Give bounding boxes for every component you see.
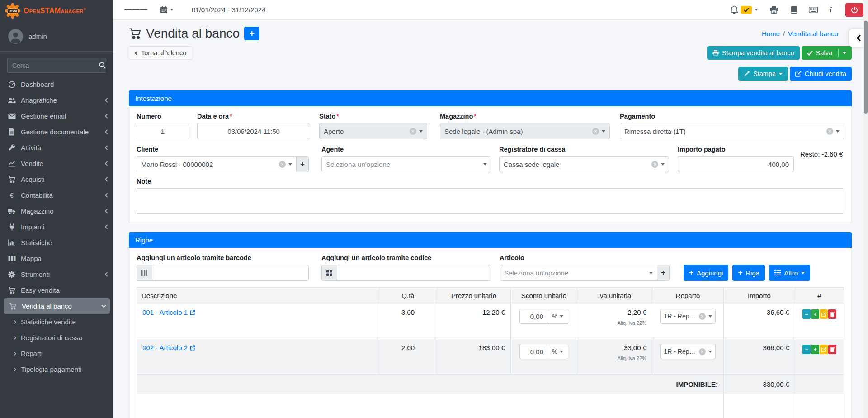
search-button[interactable] [99,58,106,73]
barcode-label: Aggiungi un articolo tramite barcode [137,254,309,261]
registratore-select[interactable]: Cassa sede legale [499,156,669,172]
sidebar-item-acquisti[interactable]: Acquisti [0,171,113,187]
sidebar-item-strumenti[interactable]: Strumenti [0,266,113,282]
new-record-button[interactable]: + [244,27,259,40]
app-logo[interactable]: OSM OpenSTAManager® [0,0,113,22]
importo-pagato-input[interactable] [678,156,794,172]
print-sale-button[interactable]: Stampa vendita al banco [707,46,800,60]
page-scrollbar[interactable] [863,0,868,418]
sconto-input[interactable] [519,309,547,324]
keyboard-icon[interactable] [809,7,818,13]
barcode-input[interactable] [152,265,309,281]
back-to-list-button[interactable]: Torna all'elenco [129,46,192,60]
increase-qty-button[interactable]: + [811,345,819,354]
reparto-select[interactable]: 1R - Reparto 1... [660,309,716,324]
sidebar-item-vendita-al-banco[interactable]: Vendita al banco [4,298,110,314]
decrease-qty-button[interactable]: − [802,309,811,319]
iva-value: 33,00 € [624,344,646,352]
sidebar-item-vendite[interactable]: Vendite [0,156,113,171]
note-textarea[interactable] [137,188,844,214]
altro-button[interactable]: Altro [769,265,810,281]
sidebar-item-gestione-documentale[interactable]: Gestione documentale [0,124,113,140]
close-sale-button[interactable]: Chiudi vendita [790,67,852,81]
sidebar-subitem-registratori-di-cassa[interactable]: Registratori di cassa [0,330,113,346]
sidebar-item-contabilita[interactable]: € Contabilità [0,187,113,203]
stato-select[interactable]: Aperto [319,123,427,139]
add-articolo-button[interactable]: + [657,265,670,281]
clear-icon[interactable] [651,161,658,168]
magazzino-select[interactable]: Sede legale - (Admin spa) [440,123,610,139]
increase-qty-button[interactable]: + [811,309,819,319]
user-panel[interactable]: admin [0,22,113,52]
delete-row-button[interactable] [828,345,836,354]
save-button[interactable]: Salva [802,46,852,60]
logout-button[interactable] [845,3,863,17]
user-name: admin [28,33,47,40]
sconto-unit-dropdown[interactable]: % [547,309,568,324]
sidebar-item-gestione-email[interactable]: Gestione email [0,108,113,124]
chevron-left-icon [104,114,108,119]
reparto-select[interactable]: 1R - Reparto 1... [660,344,716,359]
caret-down-icon [170,9,174,11]
sidebar-subitem-tipologia-pagamenti[interactable]: Tipologia pagamenti [0,361,113,377]
qta-cell: 2,00 [379,339,437,375]
sidebar-item-magazzino[interactable]: Magazzino [0,203,113,219]
note-label: Note [137,178,844,185]
cliente-select[interactable]: Mario Rossi - 00000002 [137,156,297,172]
articolo-select[interactable]: Seleziona un'opzione [500,265,657,281]
clear-icon[interactable] [699,313,706,320]
riga-button[interactable]: + Riga [732,265,765,281]
sidebar-item-anagrafiche[interactable]: Anagrafiche [0,92,113,108]
sconto-input[interactable] [519,344,547,359]
decrease-qty-button[interactable]: − [802,345,811,354]
info-icon[interactable]: i [830,5,832,14]
calendar-icon[interactable] [160,6,174,14]
chevron-left-icon [104,224,108,229]
search-input[interactable] [7,58,99,73]
caret-down-icon[interactable] [843,52,846,54]
edit-row-button[interactable] [820,345,828,354]
prezzo-cell: 12,20 € [437,304,511,339]
printer-icon[interactable] [770,6,778,14]
chevron-left-icon [856,34,861,42]
article-link[interactable]: 001 - Articolo 1 [142,309,195,316]
sidebar-subitem-reparti[interactable]: Reparti [0,346,113,361]
sconto-unit-dropdown[interactable]: % [547,344,568,359]
numero-label: Numero [137,113,189,120]
add-cliente-button[interactable]: + [297,156,309,172]
caret-down-icon [661,163,665,166]
codice-input[interactable] [337,265,491,281]
chevron-right-icon [14,352,17,356]
sidebar-item-attivita[interactable]: Attività [0,140,113,156]
clear-icon[interactable] [410,128,416,135]
clear-icon[interactable] [699,348,706,355]
cart-icon [6,176,17,183]
edit-row-button[interactable] [820,309,828,319]
numero-input[interactable] [137,123,189,139]
book-icon[interactable] [790,6,797,14]
notifications[interactable] [731,6,758,14]
date-range[interactable]: 01/01/2024 - 31/12/2024 [192,6,265,14]
scrollbar-thumb[interactable] [864,21,868,114]
breadcrumb-home-link[interactable]: Home [762,30,780,38]
sidebar-item-statistiche[interactable]: Statistiche [0,235,113,251]
aggiungi-button[interactable]: + Aggiungi [684,265,728,281]
clear-icon[interactable] [826,128,833,135]
print-dropdown-button[interactable]: Stampa [738,67,788,81]
article-link[interactable]: 002 - Articolo 2 [142,344,195,352]
data-ora-input[interactable] [197,123,310,139]
sidebar-subitem-statistiche-vendite[interactable]: Statistiche vendite [0,314,113,330]
menu-toggle-icon[interactable] [124,8,147,12]
sidebar-item-dashboard[interactable]: Dashboard [0,76,113,92]
pagamento-select[interactable]: Rimessa diretta (1T) [620,123,844,139]
grid-icon [321,265,337,281]
delete-row-button[interactable] [828,309,836,319]
sidebar-item-mappa[interactable]: Mappa [0,251,113,266]
sidebar-item-easy-vendita[interactable]: Easy vendita [0,282,113,298]
clear-icon[interactable] [592,128,599,135]
agente-select[interactable]: Seleziona un'opzione [321,156,491,172]
clear-icon[interactable] [279,161,286,168]
breadcrumb-current-link[interactable]: Vendita al banco [788,30,838,38]
sidebar-item-impianti[interactable]: Impianti [0,219,113,235]
chevron-left-icon [104,161,108,166]
